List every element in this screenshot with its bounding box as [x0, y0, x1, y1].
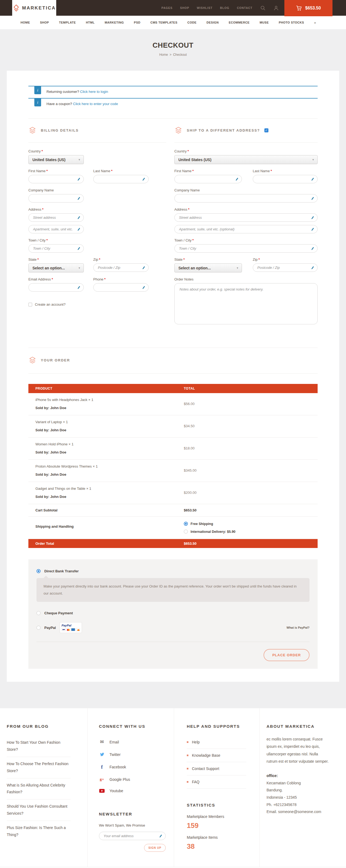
billing-state-select[interactable]: Select an option... ▼	[28, 264, 84, 272]
coupon-link[interactable]: Click here to enter your code	[73, 102, 118, 106]
product-total: $200.00	[184, 487, 311, 499]
billing-country-select[interactable]: United States (US) ▼	[28, 155, 84, 164]
order-notes-textarea[interactable]	[174, 283, 318, 324]
order-total-row: Order Total $653.50	[28, 539, 318, 548]
billing-phone-input[interactable]	[98, 285, 140, 289]
shipping-company-input[interactable]	[179, 196, 309, 200]
billing-last-name-input[interactable]	[98, 177, 140, 181]
brand-logo[interactable]: MARKETICA	[12, 0, 56, 16]
billing-zip-input[interactable]	[98, 266, 140, 270]
billing-city-input[interactable]	[33, 246, 75, 250]
breadcrumb-home-link[interactable]: Home	[159, 53, 168, 57]
shipping-city-input[interactable]	[179, 246, 309, 250]
radio-selected-icon[interactable]	[36, 569, 40, 573]
topnav-wishlist[interactable]: WISHLIST	[197, 6, 212, 9]
radio-unselected-icon[interactable]	[36, 611, 40, 615]
blog-link[interactable]: How To Start Your Own Fashion Store?	[7, 736, 71, 757]
social-link-email[interactable]: ✉ Email	[99, 736, 166, 748]
social-link-youtube[interactable]: Youtube	[99, 785, 166, 797]
total-column-header: TOTAL	[184, 386, 311, 391]
first-name-label: First Name*	[174, 169, 242, 173]
newsletter-email-input[interactable]	[104, 834, 157, 838]
subnav-design[interactable]: DESIGN	[207, 21, 219, 24]
topnav-blog[interactable]: BLOG	[220, 6, 229, 9]
product-total: $56.00	[184, 398, 311, 410]
billing-first-name-input[interactable]	[33, 177, 75, 181]
payment-bank-transfer[interactable]: Direct Bank Transfer	[36, 569, 310, 573]
subnav-template[interactable]: TEMPLATE	[59, 21, 76, 24]
shipping-state-select[interactable]: Select an option... ▼	[174, 264, 242, 272]
product-seller: Sold by: John Doe	[35, 450, 184, 454]
subnav-cms-templates[interactable]: CMS TEMPLATES	[150, 21, 177, 24]
subnav-ecommerce[interactable]: ECOMMERCE	[229, 21, 249, 24]
topnav-pages[interactable]: PAGES	[161, 6, 172, 9]
help-link[interactable]: Contact Support	[187, 762, 246, 775]
help-link[interactable]: FAQ	[187, 775, 246, 789]
pen-icon	[77, 196, 81, 200]
payment-paypal[interactable]: PayPal PayPal What is PayPal?	[36, 622, 310, 633]
shipping-option-international[interactable]: International Delivery: $5.90	[184, 530, 311, 534]
topnav-contact[interactable]: CONTACT	[237, 6, 252, 9]
order-notes-label: Order Notes	[174, 277, 318, 281]
shipping-zip-input[interactable]	[257, 266, 309, 270]
shipping-street-input[interactable]	[179, 216, 309, 220]
help-link[interactable]: Knowladge Base	[187, 749, 246, 762]
subnav-shop[interactable]: SHOP	[40, 21, 49, 24]
items-label: Marketplace Items	[187, 835, 251, 840]
product-seller: Sold by: John Doe	[35, 406, 184, 410]
create-account-checkbox[interactable]	[28, 303, 32, 307]
social-link-googleplus[interactable]: g+ Google Plus	[99, 774, 166, 785]
shipping-last-name-input[interactable]	[257, 177, 309, 181]
radio-unselected-icon[interactable]	[36, 626, 40, 630]
search-icon[interactable]	[260, 5, 266, 11]
shipping-column: SHIP TO A DIFFERENT ADDRESS? ✓ Country* …	[174, 119, 318, 330]
what-is-paypal-link[interactable]: What is PayPal?	[286, 626, 310, 629]
login-link[interactable]: Click here to login	[80, 90, 108, 94]
pen-icon	[235, 177, 239, 181]
subnav-more-chevron-icon[interactable]: »	[314, 21, 316, 25]
pen-icon	[142, 285, 146, 289]
ship-different-checkbox[interactable]: ✓	[264, 128, 269, 132]
breadcrumb-current: Checkout	[173, 53, 187, 57]
topnav-shop[interactable]: SHOP	[180, 6, 189, 9]
billing-apartment-input[interactable]	[33, 227, 75, 231]
help-link[interactable]: Help	[187, 736, 246, 749]
company-label: Company Name	[28, 188, 84, 192]
radio-unselected-icon[interactable]	[184, 530, 188, 534]
place-order-button[interactable]: PLACE ORDER	[264, 649, 310, 661]
newsletter-signup-button[interactable]: SIGN UP	[144, 844, 166, 852]
subnav-muse[interactable]: MUSE	[260, 21, 269, 24]
billing-heading: BILLING DETAILS	[41, 128, 79, 132]
subnav-home[interactable]: HOME	[21, 21, 30, 24]
shipping-option-free[interactable]: Free Shipping	[184, 522, 311, 526]
cart-button[interactable]: $653.50	[284, 0, 333, 16]
billing-company-input[interactable]	[33, 196, 75, 200]
footer-help-heading: HELP AND SUPPORTS	[187, 724, 251, 728]
billing-email-input[interactable]	[33, 285, 75, 289]
shipping-row: Shipping and Handling Free Shipping Inte…	[28, 517, 318, 539]
shipping-first-name-input[interactable]	[179, 177, 233, 181]
product-name: iPhone 5s with Headphones Jack × 1	[35, 398, 184, 402]
payment-cheque[interactable]: Cheque Payment	[36, 611, 310, 615]
blog-link[interactable]: How To Choose The Perfect Fashion Store?	[7, 757, 71, 778]
shipping-country-select[interactable]: United States (US) ▼	[174, 155, 318, 164]
blog-link[interactable]: Should You Use Fashion Consultant Servic…	[7, 800, 71, 821]
account-icon[interactable]	[273, 5, 279, 11]
social-link-facebook[interactable]: f Facebook	[99, 761, 166, 774]
social-link-twitter[interactable]: Twitter	[99, 748, 166, 761]
amex-card-icon	[71, 628, 75, 631]
country-label: Country*	[28, 149, 84, 153]
blog-link[interactable]: What is So Alluring About Celebrity Fash…	[7, 778, 71, 800]
subnav-html[interactable]: HTML	[86, 21, 95, 24]
subnav-psd[interactable]: PSD	[134, 21, 140, 24]
product-column-header: PRODUCT	[35, 386, 184, 391]
subnav-marketing[interactable]: MARKETING	[105, 21, 124, 24]
shipping-apartment-input[interactable]	[179, 227, 309, 231]
subnav-photo-stocks[interactable]: PHOTO STOCKS	[279, 21, 304, 24]
phone-label: Phone*	[93, 277, 149, 281]
billing-street-input[interactable]	[33, 216, 75, 220]
subnav-code[interactable]: CODE	[187, 21, 197, 24]
radio-selected-icon[interactable]	[184, 522, 188, 526]
blog-link[interactable]: Plus Size Fashion: Is There Such a Thing…	[7, 821, 71, 842]
coupon-notice: i Have a coupon? Click here to enter you…	[28, 98, 318, 106]
